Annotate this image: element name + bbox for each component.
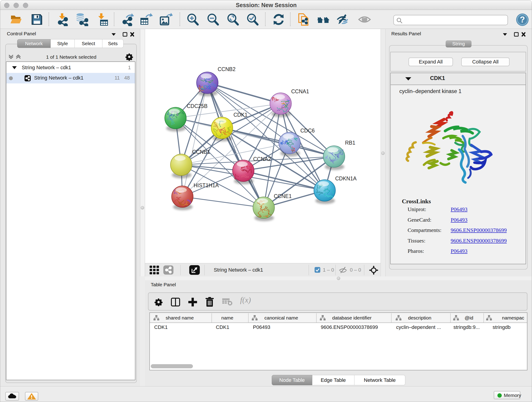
svg-text:CCNA1: CCNA1 [291, 89, 309, 95]
svg-text:CDC25B: CDC25B [187, 103, 208, 109]
svg-text:CCNA2: CCNA2 [253, 156, 271, 162]
svg-text:namespac: namespac [502, 315, 524, 320]
svg-text:CCNB1: CCNB1 [192, 149, 210, 155]
svg-text:CCNE1: CCNE1 [274, 193, 292, 199]
svg-text:?: ? [520, 15, 525, 24]
svg-text:description: description [408, 315, 431, 320]
svg-text:HIST1H1A: HIST1H1A [194, 182, 219, 188]
svg-text:name: name [221, 315, 234, 320]
svg-text:RB1: RB1 [345, 140, 355, 146]
svg-text:CDK1: CDK1 [234, 112, 247, 118]
svg-text:database identifier: database identifier [332, 315, 372, 320]
svg-text:CCNB2: CCNB2 [218, 66, 235, 72]
svg-text:CDC6: CDC6 [300, 128, 315, 134]
svg-text:CDKN1A: CDKN1A [335, 176, 357, 182]
svg-text:shared name: shared name [166, 315, 194, 320]
svg-text:@id: @id [465, 315, 473, 320]
svg-text:canonical name: canonical name [264, 315, 298, 320]
